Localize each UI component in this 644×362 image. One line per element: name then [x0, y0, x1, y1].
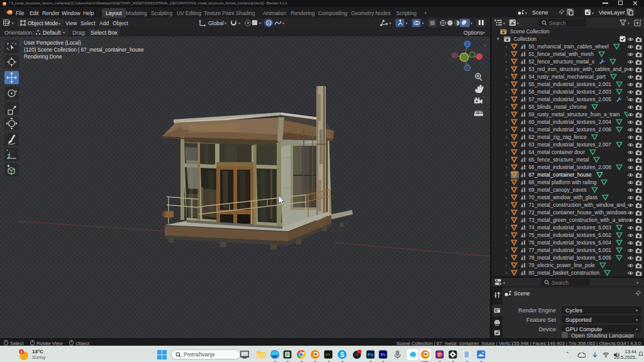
svg-text:Z: Z — [466, 42, 469, 47]
svg-text:‹: ‹ — [484, 43, 486, 48]
svg-text:Pr: Pr — [380, 352, 386, 358]
svg-text:Ps: Ps — [367, 352, 373, 358]
svg-text:S: S — [340, 351, 345, 358]
svg-text:P: P — [438, 352, 441, 358]
